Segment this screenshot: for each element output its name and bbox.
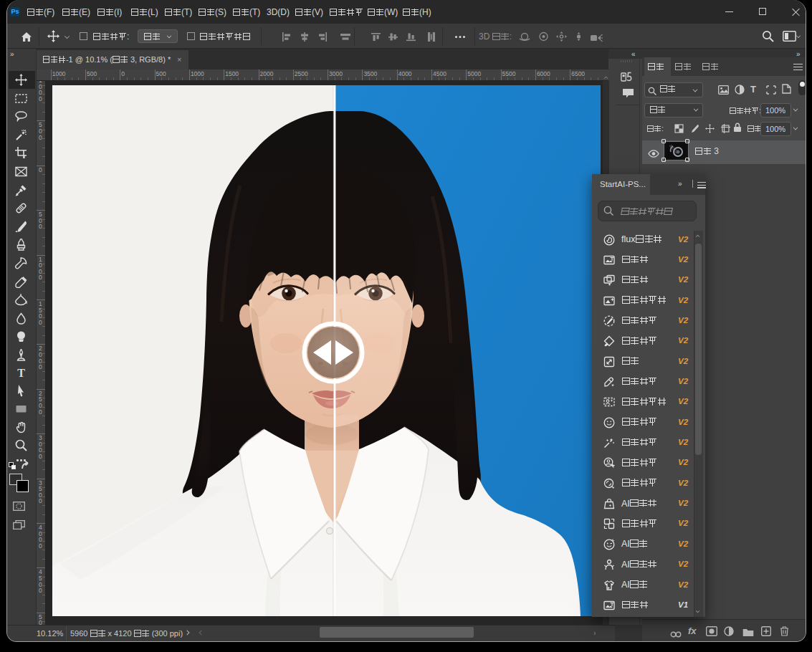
svg-text:T: T: [17, 367, 25, 379]
